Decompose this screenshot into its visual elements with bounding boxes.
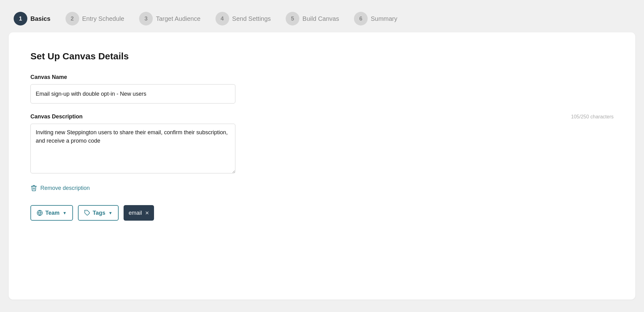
step-1[interactable]: 1 Basics xyxy=(14,12,51,25)
step-5[interactable]: 5 Build Canvas xyxy=(286,12,339,25)
email-tag-chip: email ✕ xyxy=(124,205,154,221)
canvas-description-textarea[interactable]: Inviting new Steppington users to share … xyxy=(30,124,235,173)
tags-chevron-down-icon: ▼ xyxy=(108,211,112,215)
step-2-circle: 2 xyxy=(66,12,79,25)
remove-description-label: Remove description xyxy=(40,185,90,191)
step-5-label: Build Canvas xyxy=(302,15,339,22)
team-dropdown-button[interactable]: Team ▼ xyxy=(30,205,73,221)
step-4-label: Send Settings xyxy=(232,15,271,22)
step-6-circle: 6 xyxy=(354,12,368,25)
remove-description-button[interactable]: Remove description xyxy=(30,185,90,191)
step-5-circle: 5 xyxy=(286,12,299,25)
canvas-description-label: Canvas Description xyxy=(30,113,83,120)
bottom-row: Team ▼ Tags ▼ email ✕ xyxy=(30,205,614,221)
canvas-name-input[interactable] xyxy=(30,84,235,103)
main-card: Set Up Canvas Details Canvas Name Canvas… xyxy=(9,32,635,300)
step-6[interactable]: 6 Summary xyxy=(354,12,397,25)
team-chevron-down-icon: ▼ xyxy=(63,211,67,215)
step-3-label: Target Audience xyxy=(156,15,200,22)
tags-button-label: Tags xyxy=(93,210,106,216)
char-count: 105/250 characters xyxy=(571,114,614,120)
canvas-description-group: Canvas Description 105/250 characters In… xyxy=(30,113,614,175)
step-1-circle: 1 xyxy=(14,12,27,25)
step-2-label: Entry Schedule xyxy=(82,15,125,22)
step-3-circle: 3 xyxy=(139,12,153,25)
step-1-label: Basics xyxy=(30,15,51,22)
step-4-circle: 4 xyxy=(215,12,229,25)
trash-icon xyxy=(30,185,37,191)
step-2[interactable]: 2 Entry Schedule xyxy=(66,12,125,25)
canvas-name-group: Canvas Name xyxy=(30,74,614,103)
tags-dropdown-button[interactable]: Tags ▼ xyxy=(78,205,119,221)
email-tag-close-icon[interactable]: ✕ xyxy=(145,210,149,216)
canvas-name-label: Canvas Name xyxy=(30,74,614,80)
page-wrapper: 1 Basics 2 Entry Schedule 3 Target Audie… xyxy=(0,0,644,312)
tag-icon xyxy=(84,210,90,216)
globe-icon xyxy=(37,210,43,216)
email-tag-label: email xyxy=(129,210,142,216)
section-title: Set Up Canvas Details xyxy=(30,51,614,62)
team-button-label: Team xyxy=(45,210,60,216)
step-4[interactable]: 4 Send Settings xyxy=(215,12,271,25)
stepper: 1 Basics 2 Entry Schedule 3 Target Audie… xyxy=(7,6,637,32)
step-6-label: Summary xyxy=(371,15,397,22)
canvas-description-label-row: Canvas Description 105/250 characters xyxy=(30,113,614,120)
step-3[interactable]: 3 Target Audience xyxy=(139,12,200,25)
